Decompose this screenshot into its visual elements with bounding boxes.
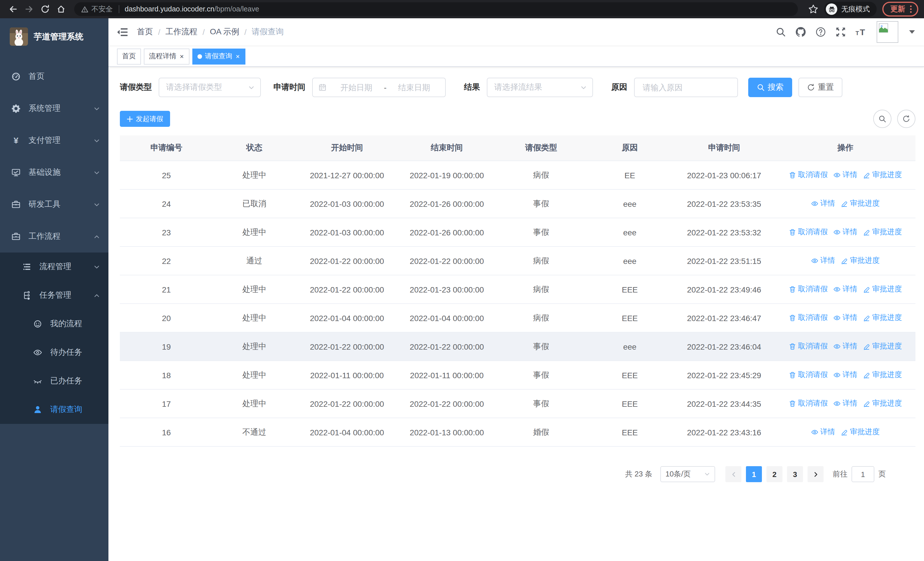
approval-progress-link[interactable]: 审批进度 — [841, 199, 880, 209]
leave-type-select[interactable]: 请选择请假类型 — [159, 78, 261, 97]
cell-start-time: 2022-01-03 00:00:00 — [296, 190, 398, 218]
address-bar[interactable]: 不安全 dashboard.yudao.iocoder.cn/bpm/oa/le… — [74, 2, 798, 16]
sidebar-item-task-mgmt[interactable]: 任务管理 — [0, 281, 108, 310]
start-date-input[interactable] — [331, 82, 381, 93]
svg-text:T: T — [855, 30, 859, 36]
cell-apply-time: 2022-01-22 23:45:29 — [673, 361, 776, 390]
user-avatar[interactable] — [877, 21, 898, 43]
sidebar-item-todo-task[interactable]: 待办任务 — [0, 338, 108, 367]
browser-menu-icon[interactable] — [910, 5, 912, 13]
sidebar-item-label: 工作流程 — [28, 232, 60, 242]
trash-icon — [789, 229, 796, 236]
cell-reason: EEE — [587, 418, 673, 447]
sidebar-item-label: 支付管理 — [28, 135, 60, 146]
browser-update-button[interactable]: 更新 — [882, 2, 918, 17]
sidebar-item-devtools[interactable]: 研发工具 — [0, 188, 108, 221]
cancel-leave-link[interactable]: 取消请假 — [789, 399, 828, 409]
tab-close-icon[interactable]: × — [235, 52, 240, 60]
github-icon[interactable] — [796, 27, 806, 37]
avatar-caret-icon[interactable] — [909, 30, 915, 34]
column-header: 申请编号 — [120, 135, 213, 161]
url-path: /bpm/oa/leave — [214, 5, 259, 13]
approval-progress-link[interactable]: 审批进度 — [863, 170, 902, 180]
svg-text:¥: ¥ — [14, 136, 18, 145]
breadcrumb-item[interactable]: 首页 — [137, 27, 153, 37]
tab-close-icon[interactable]: × — [179, 52, 184, 60]
cancel-leave-link[interactable]: 取消请假 — [789, 170, 828, 180]
detail-link[interactable]: 详情 — [834, 370, 858, 380]
page-size-select[interactable]: 10条/页 — [660, 466, 715, 482]
goto-page-input[interactable] — [852, 466, 874, 482]
browser-home-button[interactable] — [54, 2, 69, 17]
approval-progress-link[interactable]: 审批进度 — [863, 370, 902, 380]
breadcrumb-item[interactable]: 工作流程 — [165, 27, 198, 37]
detail-link[interactable]: 详情 — [834, 313, 858, 323]
help-icon[interactable] — [816, 27, 826, 37]
sidebar-item-done-task[interactable]: 已办任务 — [0, 367, 108, 396]
cell-leave-type: 事假 — [495, 218, 587, 247]
sidebar-item-process-mgmt[interactable]: 流程管理 — [0, 253, 108, 281]
create-leave-button[interactable]: 发起请假 — [120, 111, 170, 127]
sidebar-item-leave-query[interactable]: 请假查询 — [0, 396, 108, 424]
approval-progress-link[interactable]: 审批进度 — [841, 427, 880, 437]
detail-link[interactable]: 详情 — [834, 284, 858, 295]
approval-progress-link[interactable]: 审批进度 — [863, 313, 902, 323]
approval-progress-link[interactable]: 审批进度 — [863, 284, 902, 295]
detail-link[interactable]: 详情 — [834, 399, 858, 409]
end-date-input[interactable] — [389, 82, 440, 93]
plus-icon — [127, 116, 133, 122]
approval-progress-link[interactable]: 审批进度 — [841, 256, 880, 266]
reset-button[interactable]: 重置 — [798, 78, 842, 97]
sidebar-item-workflow[interactable]: 工作流程 — [0, 221, 108, 253]
tab[interactable]: 首页 — [117, 48, 141, 64]
search-button[interactable]: 搜索 — [748, 78, 792, 97]
cancel-leave-link[interactable]: 取消请假 — [789, 341, 828, 352]
cancel-leave-link[interactable]: 取消请假 — [789, 284, 828, 295]
search-icon[interactable] — [776, 27, 786, 37]
detail-link[interactable]: 详情 — [834, 227, 858, 238]
next-page-button[interactable] — [808, 466, 824, 482]
tab[interactable]: 请假查询× — [192, 48, 245, 64]
sidebar-item-my-process[interactable]: 我的流程 — [0, 310, 108, 338]
user-icon — [33, 405, 42, 414]
cancel-leave-link[interactable]: 取消请假 — [789, 370, 828, 380]
approval-progress-link[interactable]: 审批进度 — [863, 227, 902, 238]
sidebar-item-payment[interactable]: ¥支付管理 — [0, 125, 108, 156]
tab[interactable]: 流程详情× — [144, 48, 189, 64]
apply-time-range-picker[interactable]: - — [312, 78, 446, 97]
approval-progress-link[interactable]: 审批进度 — [863, 399, 902, 409]
cell-id: 22 — [120, 247, 213, 275]
sidebar-item-system[interactable]: 系统管理 — [0, 93, 108, 125]
font-size-icon[interactable]: TT — [855, 27, 867, 37]
cell-status: 处理中 — [213, 304, 296, 332]
page-button[interactable]: 3 — [787, 466, 803, 482]
detail-link[interactable]: 详情 — [811, 199, 835, 209]
fullscreen-icon[interactable] — [836, 27, 846, 37]
detail-link[interactable]: 详情 — [834, 170, 858, 180]
eye-icon — [33, 348, 42, 357]
collapse-sidebar-icon[interactable] — [117, 28, 128, 36]
browser-forward-button[interactable] — [22, 2, 36, 17]
detail-link[interactable]: 详情 — [834, 341, 858, 352]
approval-progress-link[interactable]: 审批进度 — [863, 341, 902, 352]
result-select[interactable]: 请选择流结果 — [487, 78, 593, 97]
chevron-up-icon — [94, 292, 100, 298]
page-button[interactable]: 1 — [746, 466, 762, 482]
breadcrumb-item[interactable]: OA 示例 — [210, 27, 239, 37]
show-search-button[interactable] — [873, 110, 891, 128]
sidebar-item-infra[interactable]: 基础设施 — [0, 156, 108, 188]
chevron-down-icon — [94, 137, 100, 144]
browser-back-button[interactable] — [6, 2, 21, 17]
cancel-leave-link[interactable]: 取消请假 — [789, 313, 828, 323]
trash-icon — [789, 286, 796, 293]
detail-link[interactable]: 详情 — [811, 427, 835, 437]
cancel-leave-link[interactable]: 取消请假 — [789, 227, 828, 238]
reason-input[interactable] — [642, 82, 730, 93]
detail-link[interactable]: 详情 — [811, 256, 835, 266]
prev-page-button[interactable] — [725, 466, 741, 482]
page-button[interactable]: 2 — [766, 466, 783, 482]
bookmark-star-icon[interactable] — [808, 4, 818, 14]
sidebar-item-home[interactable]: 首页 — [0, 60, 108, 93]
refresh-table-button[interactable] — [897, 110, 915, 128]
browser-reload-button[interactable] — [38, 2, 52, 17]
